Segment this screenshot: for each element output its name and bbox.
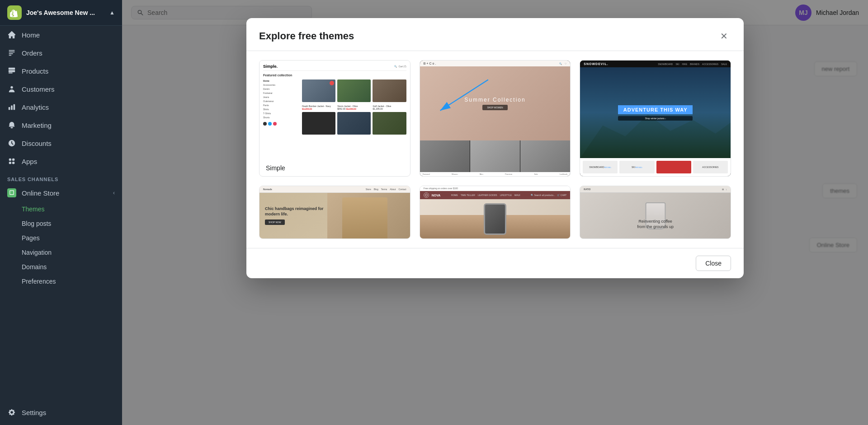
theme-card-boundless[interactable]: B+Co. 🔍♡ Summer Collection SHOP WOMEN bbox=[420, 60, 571, 177]
customers-icon bbox=[7, 84, 16, 93]
sidebar-subitem-domains[interactable]: Domains bbox=[0, 260, 122, 274]
sidebar-label-discounts: Discounts bbox=[22, 140, 52, 147]
modal-close-button[interactable]: ✕ bbox=[717, 29, 731, 43]
sidebar-header[interactable]: Joe's Awesome New ... ▲ bbox=[0, 0, 122, 26]
sidebar-sublabel-pages: Pages bbox=[22, 234, 40, 242]
modal-overlay: Explore free themes ✕ bbox=[122, 0, 868, 425]
theme-name-simple: Simple bbox=[259, 160, 410, 176]
sidebar-label-apps: Apps bbox=[22, 158, 37, 165]
discounts-icon bbox=[7, 139, 16, 148]
online-store-chevron-icon: ‹ bbox=[113, 190, 115, 196]
home-icon bbox=[7, 30, 16, 39]
sidebar-label-marketing: Marketing bbox=[22, 121, 52, 129]
theme-preview-nova: Free shipping on orders over $100 NOVA bbox=[420, 186, 571, 238]
sidebar-label-online-store: Online Store bbox=[22, 189, 59, 197]
sidebar-label-orders: Orders bbox=[22, 49, 42, 57]
theme-preview-simple: Simple. 🔍 Cart (7) Featured collection bbox=[259, 61, 410, 160]
apps-icon bbox=[7, 157, 16, 166]
sidebar-item-orders[interactable]: Orders bbox=[0, 44, 122, 62]
sidebar-item-analytics[interactable]: Analytics bbox=[0, 98, 122, 116]
sidebar-item-customers[interactable]: Customers bbox=[0, 80, 122, 98]
close-button[interactable]: Close bbox=[696, 256, 731, 271]
sidebar-item-products[interactable]: Products bbox=[0, 62, 122, 80]
theme-preview-nomads: Nomads StoreBlogTermsAboutContact Chic h… bbox=[259, 186, 410, 238]
modal-header: Explore free themes ✕ bbox=[246, 18, 744, 51]
sidebar-item-apps[interactable]: Apps bbox=[0, 152, 122, 170]
theme-name-nomads: Nomads bbox=[259, 238, 410, 239]
theme-preview-venture: SNOWDEVIL. SNOWBOARDSKIHIKEBRANDSACCESSO… bbox=[580, 61, 731, 176]
sidebar-sublabel-blog-posts: Blog posts bbox=[22, 220, 51, 227]
analytics-icon bbox=[7, 103, 16, 112]
theme-card-ratio[interactable]: RATIO ⊞↓ Rein bbox=[580, 186, 731, 239]
theme-grid: Simple. 🔍 Cart (7) Featured collection bbox=[259, 60, 731, 239]
sidebar-sublabel-navigation: Navigation bbox=[22, 249, 52, 256]
modal: Explore free themes ✕ bbox=[246, 18, 744, 278]
sidebar-subitem-blog-posts[interactable]: Blog posts bbox=[0, 216, 122, 231]
theme-card-nomads[interactable]: Nomads StoreBlogTermsAboutContact Chic h… bbox=[259, 186, 410, 239]
orders-icon bbox=[7, 48, 16, 57]
theme-card-simple[interactable]: Simple. 🔍 Cart (7) Featured collection bbox=[259, 60, 410, 177]
theme-card-venture[interactable]: SNOWDEVIL. SNOWBOARDSKIHIKEBRANDSACCESSO… bbox=[580, 60, 731, 177]
sidebar-subitem-pages[interactable]: Pages bbox=[0, 231, 122, 245]
sales-channels-label: SALES CHANNELS bbox=[0, 170, 122, 184]
modal-body[interactable]: Simple. 🔍 Cart (7) Featured collection bbox=[246, 51, 744, 248]
sidebar-sublabel-preferences: Preferences bbox=[22, 278, 56, 285]
sidebar-subitem-preferences[interactable]: Preferences bbox=[0, 274, 122, 289]
sidebar: Joe's Awesome New ... ▲ Home Orders Prod… bbox=[0, 0, 122, 425]
sidebar-label-customers: Customers bbox=[22, 85, 55, 93]
sidebar-label-analytics: Analytics bbox=[22, 103, 49, 111]
sidebar-item-home[interactable]: Home bbox=[0, 26, 122, 44]
sidebar-item-settings[interactable]: Settings bbox=[0, 403, 122, 421]
modal-footer: Close bbox=[246, 248, 744, 278]
chevron-up-icon: ▲ bbox=[109, 9, 115, 16]
settings-icon bbox=[7, 408, 16, 417]
sidebar-subitem-navigation[interactable]: Navigation bbox=[0, 245, 122, 260]
sidebar-subitem-themes[interactable]: Themes bbox=[0, 202, 122, 216]
marketing-icon bbox=[7, 121, 16, 130]
theme-name-boundless: Boundless bbox=[420, 176, 571, 177]
sidebar-item-online-store[interactable]: Online Store ‹ bbox=[0, 184, 122, 202]
products-icon bbox=[7, 66, 16, 75]
sidebar-label-home: Home bbox=[22, 31, 40, 39]
shopify-logo-icon bbox=[7, 5, 22, 20]
theme-card-nova[interactable]: Free shipping on orders over $100 NOVA bbox=[420, 186, 571, 239]
sidebar-item-marketing[interactable]: Marketing bbox=[0, 116, 122, 134]
theme-name-ratio: Ratio bbox=[580, 238, 731, 239]
sidebar-sublabel-domains: Domains bbox=[22, 263, 47, 271]
modal-title: Explore free themes bbox=[259, 30, 354, 42]
online-store-icon bbox=[7, 188, 16, 197]
store-name: Joe's Awesome New ... bbox=[26, 9, 105, 16]
main-content: MJ Michael Jordan new report themes Onli… bbox=[122, 0, 868, 425]
sidebar-label-settings: Settings bbox=[22, 409, 46, 416]
theme-preview-boundless: B+Co. 🔍♡ Summer Collection SHOP WOMEN bbox=[420, 61, 571, 176]
theme-name-venture: Venture bbox=[580, 176, 731, 177]
theme-name-nova: Nova bbox=[420, 238, 571, 239]
sidebar-sublabel-themes: Themes bbox=[22, 205, 45, 213]
sidebar-item-discounts[interactable]: Discounts bbox=[0, 134, 122, 152]
sidebar-label-products: Products bbox=[22, 67, 48, 75]
theme-preview-ratio: RATIO ⊞↓ Rein bbox=[580, 186, 731, 238]
